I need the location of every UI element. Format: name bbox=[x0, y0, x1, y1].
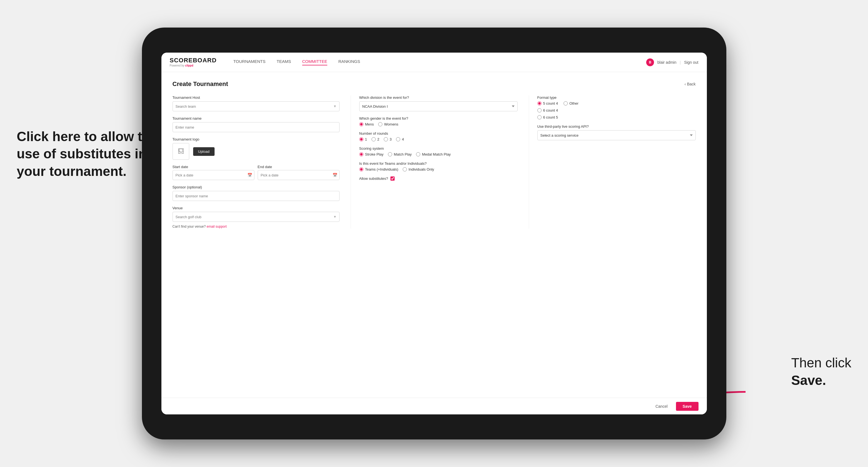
nav-item-committee[interactable]: COMMITTEE bbox=[302, 59, 327, 65]
rounds-4[interactable]: 4 bbox=[396, 137, 404, 142]
rounds-3-radio[interactable] bbox=[384, 137, 388, 142]
tournament-host-input[interactable] bbox=[173, 101, 340, 111]
rounds-2-radio[interactable] bbox=[372, 137, 376, 142]
format-row-3: 6 count 5 bbox=[537, 115, 696, 119]
substitutes-label[interactable]: Allow substitutes? bbox=[359, 177, 518, 181]
back-link[interactable]: ‹ Back bbox=[685, 82, 696, 86]
rounds-1[interactable]: 1 bbox=[359, 137, 367, 142]
host-dropdown-icon: ▼ bbox=[333, 104, 337, 108]
gender-group: Which gender is the event for? Mens Wome… bbox=[359, 116, 518, 126]
sponsor-group: Sponsor (optional) bbox=[173, 185, 340, 201]
logo-area: SCOREBOARD Powered by clippd bbox=[170, 57, 217, 67]
date-row: Start date 📅 End date 📅 bbox=[173, 165, 340, 180]
substitutes-checkbox[interactable] bbox=[391, 177, 395, 181]
format-6count4[interactable]: 6 count 4 bbox=[537, 108, 558, 113]
individuals-radio[interactable] bbox=[403, 167, 407, 172]
sponsor-label: Sponsor (optional) bbox=[173, 185, 340, 189]
nav-bar: SCOREBOARD Powered by clippd TOURNAMENTS… bbox=[161, 53, 707, 72]
venue-label: Venue bbox=[173, 206, 340, 210]
nav-item-teams[interactable]: TEAMS bbox=[277, 59, 291, 65]
format-5count4-radio[interactable] bbox=[537, 101, 541, 105]
format-other[interactable]: Other bbox=[563, 101, 579, 105]
tablet-screen: SCOREBOARD Powered by clippd TOURNAMENTS… bbox=[161, 53, 707, 414]
format-6count5[interactable]: 6 count 5 bbox=[537, 115, 558, 119]
form-grid: Tournament Host ▼ Tournament name Tourna… bbox=[173, 95, 696, 228]
start-date-label: Start date bbox=[173, 165, 254, 169]
rounds-4-radio[interactable] bbox=[396, 137, 400, 142]
tournament-host-group: Tournament Host ▼ bbox=[173, 95, 340, 111]
rounds-1-radio[interactable] bbox=[359, 137, 364, 142]
page-title: Create Tournament bbox=[173, 81, 228, 88]
right-annotation: Then click Save. bbox=[791, 354, 851, 389]
email-support-link[interactable]: email support bbox=[207, 225, 227, 228]
division-group: Which division is the event for? NCAA Di… bbox=[359, 95, 518, 111]
nav-item-rankings[interactable]: RANKINGS bbox=[338, 59, 360, 65]
rounds-label: Number of rounds bbox=[359, 131, 518, 135]
tournament-name-label: Tournament name bbox=[173, 116, 340, 121]
logo-powered: Powered by clippd bbox=[170, 64, 217, 67]
format-type-label: Format type bbox=[537, 95, 696, 100]
scoring-stroke-radio[interactable] bbox=[359, 152, 364, 156]
end-date-label: End date bbox=[258, 165, 340, 169]
end-calendar-icon: 📅 bbox=[333, 173, 337, 177]
division-select[interactable]: NCAA Division I bbox=[359, 101, 518, 111]
logo-scoreboard: SCOREBOARD bbox=[170, 57, 217, 63]
gender-womens-radio[interactable] bbox=[378, 122, 382, 126]
venue-input[interactable] bbox=[173, 212, 340, 222]
gender-mens-radio[interactable] bbox=[359, 122, 364, 126]
save-button[interactable]: Save bbox=[676, 402, 699, 411]
end-date-group: End date 📅 bbox=[258, 165, 340, 180]
form-col-3: Format type 5 count 4 Other bbox=[529, 95, 696, 228]
teams-radio[interactable] bbox=[359, 167, 364, 172]
substitutes-group: Allow substitutes? bbox=[359, 177, 518, 181]
logo-placeholder: ⛾ bbox=[173, 143, 189, 160]
scoring-match-radio[interactable] bbox=[388, 152, 392, 156]
format-6count4-radio[interactable] bbox=[537, 108, 541, 113]
nav-item-tournaments[interactable]: TOURNAMENTS bbox=[233, 59, 266, 65]
scoring-medal-radio[interactable] bbox=[416, 152, 420, 156]
division-label: Which division is the event for? bbox=[359, 95, 518, 100]
end-date-input[interactable] bbox=[258, 170, 340, 180]
tournament-logo-group: Tournament logo ⛾ Upload bbox=[173, 137, 340, 160]
content-area: Create Tournament ‹ Back Tournament Host… bbox=[161, 72, 707, 398]
individuals-radio-item[interactable]: Individuals Only bbox=[403, 167, 434, 172]
scoring-radio-group: Stroke Play Match Play Medal Match Play bbox=[359, 152, 518, 156]
scoring-api-select[interactable]: Select a scoring service bbox=[537, 130, 696, 140]
format-6count5-radio[interactable] bbox=[537, 115, 541, 119]
scoring-api-group: Use third-party live scoring API? Select… bbox=[537, 124, 696, 140]
rounds-radio-group: 1 2 3 4 bbox=[359, 137, 518, 142]
scoring-match[interactable]: Match Play bbox=[388, 152, 412, 156]
tablet-frame: SCOREBOARD Powered by clippd TOURNAMENTS… bbox=[142, 28, 726, 439]
tournament-logo-label: Tournament logo bbox=[173, 137, 340, 142]
sponsor-input[interactable] bbox=[173, 191, 340, 201]
format-row-1: 5 count 4 Other bbox=[537, 101, 696, 105]
scoring-api-label: Use third-party live scoring API? bbox=[537, 124, 696, 129]
gender-mens[interactable]: Mens bbox=[359, 122, 374, 126]
scoring-medal-match[interactable]: Medal Match Play bbox=[416, 152, 451, 156]
tournament-name-group: Tournament name bbox=[173, 116, 340, 132]
rounds-2[interactable]: 2 bbox=[372, 137, 379, 142]
cancel-button[interactable]: Cancel bbox=[651, 402, 672, 411]
footer-bar: Cancel Save bbox=[161, 398, 707, 414]
nav-signout[interactable]: Sign out bbox=[684, 60, 698, 65]
start-date-input[interactable] bbox=[173, 170, 254, 180]
scoring-stroke[interactable]: Stroke Play bbox=[359, 152, 383, 156]
gender-womens[interactable]: Womens bbox=[378, 122, 398, 126]
tournament-name-input[interactable] bbox=[173, 122, 340, 132]
format-other-radio[interactable] bbox=[563, 101, 568, 105]
nav-username: blair admin bbox=[657, 60, 676, 65]
nav-avatar: B bbox=[646, 58, 654, 66]
page-header: Create Tournament ‹ Back bbox=[173, 81, 696, 88]
form-col-1: Tournament Host ▼ Tournament name Tourna… bbox=[173, 95, 340, 228]
logo-upload-area: ⛾ Upload bbox=[173, 143, 340, 160]
format-type-group: Format type 5 count 4 Other bbox=[537, 95, 696, 119]
rounds-3[interactable]: 3 bbox=[384, 137, 392, 142]
upload-button[interactable]: Upload bbox=[193, 147, 215, 156]
teams-radio-item[interactable]: Teams (+Individuals) bbox=[359, 167, 399, 172]
rounds-group: Number of rounds 1 2 bbox=[359, 131, 518, 142]
venue-group: Venue ▼ Can't find your venue? email sup… bbox=[173, 206, 340, 228]
venue-help: Can't find your venue? email support bbox=[173, 225, 340, 228]
teams-individuals-group: Is this event for Teams and/or Individua… bbox=[359, 161, 518, 172]
start-calendar-icon: 📅 bbox=[247, 173, 252, 177]
format-5count4[interactable]: 5 count 4 bbox=[537, 101, 558, 105]
